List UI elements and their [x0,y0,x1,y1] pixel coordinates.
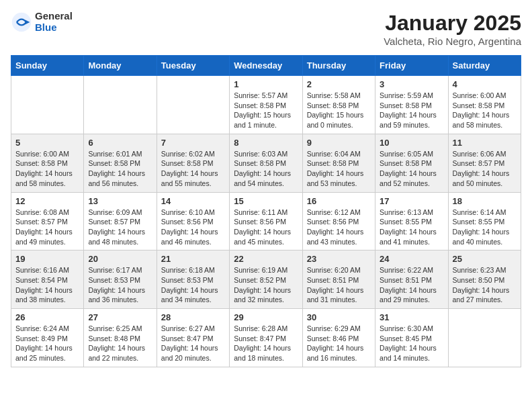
day-info: Sunrise: 6:28 AM Sunset: 8:47 PM Dayligh… [234,324,298,363]
day-info: Sunrise: 6:00 AM Sunset: 8:58 PM Dayligh… [15,149,79,189]
calendar-week-3: 12Sunrise: 6:08 AM Sunset: 8:57 PM Dayli… [11,192,521,250]
calendar-table: Sunday Monday Tuesday Wednesday Thursday… [11,55,521,367]
day-info: Sunrise: 6:23 AM Sunset: 8:50 PM Dayligh… [453,265,517,305]
logo: General Blue [11,11,73,33]
day-number: 25 [453,254,517,264]
calendar-cell: 3Sunrise: 5:59 AM Sunset: 8:58 PM Daylig… [375,76,448,134]
day-number: 6 [88,138,152,148]
calendar-cell: 15Sunrise: 6:11 AM Sunset: 8:56 PM Dayli… [230,192,302,250]
day-number: 9 [307,138,371,148]
calendar-cell: 11Sunrise: 6:06 AM Sunset: 8:57 PM Dayli… [448,134,521,192]
day-number: 11 [453,138,517,148]
day-info: Sunrise: 6:18 AM Sunset: 8:53 PM Dayligh… [161,265,225,305]
day-info: Sunrise: 5:58 AM Sunset: 8:58 PM Dayligh… [307,91,371,130]
day-number: 27 [88,312,152,322]
day-number: 20 [88,254,152,264]
day-number: 24 [380,254,443,264]
day-info: Sunrise: 6:00 AM Sunset: 8:58 PM Dayligh… [453,91,517,130]
day-number: 22 [234,254,298,264]
col-monday: Monday [84,56,157,76]
calendar-cell: 30Sunrise: 6:29 AM Sunset: 8:46 PM Dayli… [302,309,375,367]
day-info: Sunrise: 6:14 AM Sunset: 8:55 PM Dayligh… [453,208,517,247]
calendar-cell: 25Sunrise: 6:23 AM Sunset: 8:50 PM Dayli… [448,250,521,309]
col-tuesday: Tuesday [157,56,229,76]
day-info: Sunrise: 6:05 AM Sunset: 8:58 PM Dayligh… [380,149,443,189]
calendar-cell: 20Sunrise: 6:17 AM Sunset: 8:53 PM Dayli… [84,250,157,309]
day-info: Sunrise: 6:16 AM Sunset: 8:54 PM Dayligh… [15,265,79,305]
day-info: Sunrise: 6:20 AM Sunset: 8:51 PM Dayligh… [307,265,371,305]
day-info: Sunrise: 6:30 AM Sunset: 8:45 PM Dayligh… [380,324,443,363]
day-number: 2 [307,79,371,89]
day-info: Sunrise: 6:17 AM Sunset: 8:53 PM Dayligh… [88,265,152,305]
location: Valcheta, Rio Negro, Argentina [384,36,521,47]
day-number: 5 [15,138,79,148]
day-number: 10 [380,138,443,148]
calendar-week-5: 26Sunrise: 6:24 AM Sunset: 8:49 PM Dayli… [11,309,521,367]
day-info: Sunrise: 6:08 AM Sunset: 8:57 PM Dayligh… [15,208,79,247]
calendar-cell: 26Sunrise: 6:24 AM Sunset: 8:49 PM Dayli… [11,309,84,367]
calendar-cell: 21Sunrise: 6:18 AM Sunset: 8:53 PM Dayli… [157,250,229,309]
day-info: Sunrise: 6:03 AM Sunset: 8:58 PM Dayligh… [234,149,298,189]
calendar-cell: 19Sunrise: 6:16 AM Sunset: 8:54 PM Dayli… [11,250,84,309]
calendar-cell: 1Sunrise: 5:57 AM Sunset: 8:58 PM Daylig… [230,76,302,134]
day-info: Sunrise: 6:09 AM Sunset: 8:57 PM Dayligh… [88,208,152,247]
day-number: 28 [161,312,225,322]
header-row: Sunday Monday Tuesday Wednesday Thursday… [11,56,521,76]
calendar-cell: 13Sunrise: 6:09 AM Sunset: 8:57 PM Dayli… [84,192,157,250]
calendar-cell: 14Sunrise: 6:10 AM Sunset: 8:56 PM Dayli… [157,192,229,250]
page-header: General Blue January 2025 Valcheta, Rio … [11,11,521,47]
day-number: 16 [307,196,371,206]
day-number: 12 [15,196,79,206]
day-info: Sunrise: 6:25 AM Sunset: 8:48 PM Dayligh… [88,324,152,363]
calendar-cell: 9Sunrise: 6:04 AM Sunset: 8:58 PM Daylig… [302,134,375,192]
calendar-cell: 16Sunrise: 6:12 AM Sunset: 8:56 PM Dayli… [302,192,375,250]
calendar-cell: 7Sunrise: 6:02 AM Sunset: 8:58 PM Daylig… [157,134,229,192]
calendar-week-1: 1Sunrise: 5:57 AM Sunset: 8:58 PM Daylig… [11,76,521,134]
calendar-cell [157,76,229,134]
calendar-cell: 31Sunrise: 6:30 AM Sunset: 8:45 PM Dayli… [375,309,448,367]
calendar-week-4: 19Sunrise: 6:16 AM Sunset: 8:54 PM Dayli… [11,250,521,309]
calendar-cell: 24Sunrise: 6:22 AM Sunset: 8:51 PM Dayli… [375,250,448,309]
day-info: Sunrise: 5:57 AM Sunset: 8:58 PM Dayligh… [234,91,298,130]
day-number: 23 [307,254,371,264]
calendar-cell: 12Sunrise: 6:08 AM Sunset: 8:57 PM Dayli… [11,192,84,250]
logo-icon [11,11,32,33]
calendar-cell: 10Sunrise: 6:05 AM Sunset: 8:58 PM Dayli… [375,134,448,192]
day-info: Sunrise: 6:19 AM Sunset: 8:52 PM Dayligh… [234,265,298,305]
day-number: 13 [88,196,152,206]
day-number: 3 [380,79,443,89]
calendar-body: 1Sunrise: 5:57 AM Sunset: 8:58 PM Daylig… [11,76,521,367]
calendar-header: Sunday Monday Tuesday Wednesday Thursday… [11,56,521,76]
calendar-cell: 27Sunrise: 6:25 AM Sunset: 8:48 PM Dayli… [84,309,157,367]
day-number: 19 [15,254,79,264]
day-info: Sunrise: 6:24 AM Sunset: 8:49 PM Dayligh… [15,324,79,363]
day-number: 18 [453,196,517,206]
day-info: Sunrise: 6:12 AM Sunset: 8:56 PM Dayligh… [307,208,371,247]
month-title: January 2025 [384,11,521,36]
col-saturday: Saturday [448,56,521,76]
calendar-cell: 22Sunrise: 6:19 AM Sunset: 8:52 PM Dayli… [230,250,302,309]
day-number: 14 [161,196,225,206]
calendar-cell: 29Sunrise: 6:28 AM Sunset: 8:47 PM Dayli… [230,309,302,367]
calendar-cell: 23Sunrise: 6:20 AM Sunset: 8:51 PM Dayli… [302,250,375,309]
day-number: 21 [161,254,225,264]
col-friday: Friday [375,56,448,76]
calendar-cell: 5Sunrise: 6:00 AM Sunset: 8:58 PM Daylig… [11,134,84,192]
day-info: Sunrise: 6:27 AM Sunset: 8:47 PM Dayligh… [161,324,225,363]
day-info: Sunrise: 6:10 AM Sunset: 8:56 PM Dayligh… [161,208,225,247]
day-number: 31 [380,312,443,322]
day-number: 26 [15,312,79,322]
col-thursday: Thursday [302,56,375,76]
day-number: 30 [307,312,371,322]
day-info: Sunrise: 6:04 AM Sunset: 8:58 PM Dayligh… [307,149,371,189]
day-number: 15 [234,196,298,206]
title-block: January 2025 Valcheta, Rio Negro, Argent… [384,11,521,47]
calendar-cell [11,76,84,134]
day-info: Sunrise: 6:29 AM Sunset: 8:46 PM Dayligh… [307,324,371,363]
day-info: Sunrise: 6:22 AM Sunset: 8:51 PM Dayligh… [380,265,443,305]
day-info: Sunrise: 6:11 AM Sunset: 8:56 PM Dayligh… [234,208,298,247]
day-info: Sunrise: 5:59 AM Sunset: 8:58 PM Dayligh… [380,91,443,130]
calendar-cell: 6Sunrise: 6:01 AM Sunset: 8:58 PM Daylig… [84,134,157,192]
calendar-week-2: 5Sunrise: 6:00 AM Sunset: 8:58 PM Daylig… [11,134,521,192]
col-wednesday: Wednesday [230,56,302,76]
